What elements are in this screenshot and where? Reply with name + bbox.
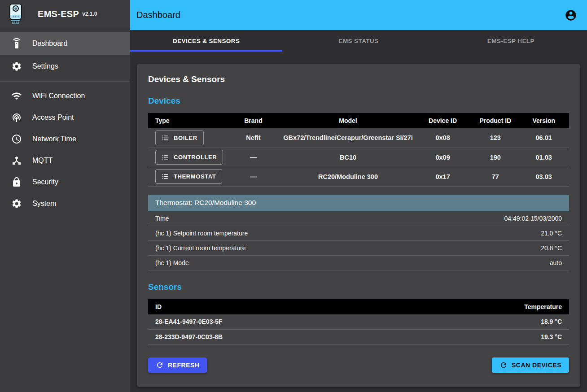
detail-value: auto bbox=[550, 259, 562, 266]
gear-icon bbox=[11, 198, 22, 209]
account-circle-icon[interactable] bbox=[565, 9, 577, 22]
tab-bar: DEVICES & SENSORS EMS STATUS EMS-ESP HEL… bbox=[130, 30, 587, 52]
table-row: THERMOSTAT — RC20/Moduline 300 0x17 77 0… bbox=[148, 167, 569, 186]
sidebar-item-label: WiFi Connection bbox=[32, 92, 85, 100]
cell-device-id: 0x08 bbox=[413, 128, 472, 148]
scan-devices-button[interactable]: SCAN DEVICES bbox=[492, 357, 569, 373]
tab-ems-status[interactable]: EMS STATUS bbox=[282, 30, 434, 52]
sensors-table-header-row: ID Temperature bbox=[148, 299, 569, 314]
sidebar-item-label: Network Time bbox=[32, 135, 76, 143]
sidebar-item-label: System bbox=[32, 200, 56, 208]
column-header-version: Version bbox=[518, 113, 569, 128]
tab-label: EMS-ESP HELP bbox=[487, 38, 534, 44]
sidebar-item-security[interactable]: Security bbox=[0, 171, 130, 193]
device-type-label: THERMOSTAT bbox=[174, 173, 216, 180]
page-title: Dashboard bbox=[136, 10, 180, 20]
detail-label: (hc 1) Mode bbox=[155, 259, 189, 266]
sidebar: EMS-ESP v2.1.0 Dashboard Settings WiFi C… bbox=[0, 0, 130, 392]
gear-icon bbox=[11, 61, 22, 72]
cell-version: 01.03 bbox=[518, 148, 569, 167]
refresh-icon bbox=[499, 361, 508, 369]
column-header-temperature: Temperature bbox=[524, 303, 562, 310]
sidebar-item-label: Settings bbox=[32, 62, 58, 70]
sidebar-item-mqtt[interactable]: MQTT bbox=[0, 150, 130, 171]
column-header-model: Model bbox=[283, 113, 413, 128]
tab-ems-esp-help[interactable]: EMS-ESP HELP bbox=[435, 30, 587, 52]
controller-device-button[interactable]: CONTROLLER bbox=[155, 150, 223, 165]
sidebar-item-system[interactable]: System bbox=[0, 193, 130, 214]
scan-devices-button-label: SCAN DEVICES bbox=[512, 362, 561, 369]
detail-value: 21.0 °C bbox=[541, 230, 562, 237]
refresh-button[interactable]: REFRESH bbox=[148, 357, 207, 373]
device-type-label: BOILER bbox=[174, 135, 197, 141]
boiler-device-button[interactable]: BOILER bbox=[155, 131, 204, 145]
sidebar-item-label: Access Point bbox=[32, 113, 74, 122]
app-bar: Dashboard bbox=[130, 0, 587, 30]
list-icon bbox=[162, 153, 169, 161]
refresh-button-label: REFRESH bbox=[168, 362, 199, 369]
cell-model: GBx72/Trendline/Cerapur/Greenstar Si/27i bbox=[283, 128, 413, 148]
sensor-id: 28-233D-9497-0C03-8B bbox=[155, 333, 223, 340]
sensor-temperature: 18.9 °C bbox=[541, 318, 562, 325]
column-header-brand: Brand bbox=[224, 113, 283, 128]
list-icon bbox=[162, 173, 169, 180]
devices-heading: Devices bbox=[148, 96, 569, 106]
sensors-heading: Sensors bbox=[148, 282, 569, 292]
cell-version: 06.01 bbox=[518, 128, 569, 148]
app-logo-row: EMS-ESP v2.1.0 bbox=[0, 0, 130, 28]
cell-brand: Nefit bbox=[224, 128, 283, 148]
app-version: v2.1.0 bbox=[82, 11, 97, 17]
tab-label: DEVICES & SENSORS bbox=[173, 38, 240, 44]
tab-label: EMS STATUS bbox=[338, 38, 378, 44]
app-name: EMS-ESP bbox=[38, 9, 79, 19]
refresh-icon bbox=[156, 361, 164, 369]
table-row: 28-EA41-9497-0E03-5F 18.9 °C bbox=[148, 314, 569, 330]
boiler-logo-icon bbox=[6, 3, 25, 25]
column-header-type: Type bbox=[148, 113, 224, 128]
thermostat-device-button[interactable]: THERMOSTAT bbox=[155, 169, 222, 184]
sidebar-item-network-time[interactable]: Network Time bbox=[0, 128, 130, 150]
hub-icon bbox=[11, 155, 22, 166]
detail-row-time: Time 04:49:02 15/03/2000 bbox=[148, 211, 569, 226]
cell-product-id: 77 bbox=[472, 167, 518, 186]
sensor-id: 28-EA41-9497-0E03-5F bbox=[155, 318, 222, 325]
cell-version: 03.03 bbox=[518, 167, 569, 186]
cell-model: RC20/Moduline 300 bbox=[283, 167, 413, 186]
thermostat-detail-header: Thermostat: RC20/Moduline 300 bbox=[148, 195, 569, 211]
panel-title: Devices & Sensors bbox=[148, 74, 569, 84]
remote-icon bbox=[11, 38, 22, 49]
cell-brand: — bbox=[224, 148, 283, 167]
sidebar-item-label: Dashboard bbox=[32, 39, 67, 48]
sidebar-item-dashboard[interactable]: Dashboard bbox=[0, 32, 130, 55]
sidebar-item-wifi-connection[interactable]: WiFi Connection bbox=[0, 85, 130, 107]
clock-icon bbox=[11, 134, 22, 144]
active-tab-indicator bbox=[130, 50, 282, 52]
cell-product-id: 123 bbox=[472, 128, 518, 148]
detail-row-setpoint-temp: (hc 1) Setpoint room temperature 21.0 °C bbox=[148, 226, 569, 241]
detail-value: 20.8 °C bbox=[541, 244, 562, 252]
tethering-icon bbox=[11, 112, 22, 123]
devices-table: Type Brand Model Device ID Product ID Ve… bbox=[148, 113, 569, 187]
tab-devices-sensors[interactable]: DEVICES & SENSORS bbox=[130, 30, 282, 52]
sidebar-item-access-point[interactable]: Access Point bbox=[0, 107, 130, 128]
sensor-temperature: 19.3 °C bbox=[541, 333, 562, 340]
cell-brand: — bbox=[224, 167, 283, 186]
sidebar-item-settings[interactable]: Settings bbox=[0, 55, 130, 78]
devices-table-header-row: Type Brand Model Device ID Product ID Ve… bbox=[148, 113, 569, 128]
detail-label: (hc 1) Current room temperature bbox=[155, 244, 246, 252]
cell-model: BC10 bbox=[283, 148, 413, 167]
cell-device-id: 0x09 bbox=[413, 148, 472, 167]
detail-row-current-temp: (hc 1) Current room temperature 20.8 °C bbox=[148, 241, 569, 256]
column-header-device-id: Device ID bbox=[413, 113, 472, 128]
device-type-label: CONTROLLER bbox=[174, 154, 217, 161]
table-row: CONTROLLER — BC10 0x09 190 01.03 bbox=[148, 148, 569, 167]
list-icon bbox=[162, 134, 169, 142]
sidebar-item-label: Security bbox=[32, 178, 58, 186]
table-row: 28-233D-9497-0C03-8B 19.3 °C bbox=[148, 330, 569, 345]
table-row: BOILER Nefit GBx72/Trendline/Cerapur/Gre… bbox=[148, 128, 569, 148]
column-header-id: ID bbox=[155, 303, 162, 310]
detail-label: Time bbox=[155, 215, 169, 222]
devices-sensors-panel: Devices & Sensors Devices Type Brand Mod… bbox=[137, 64, 580, 387]
detail-label: (hc 1) Setpoint room temperature bbox=[155, 230, 248, 237]
cell-device-id: 0x17 bbox=[413, 167, 472, 186]
